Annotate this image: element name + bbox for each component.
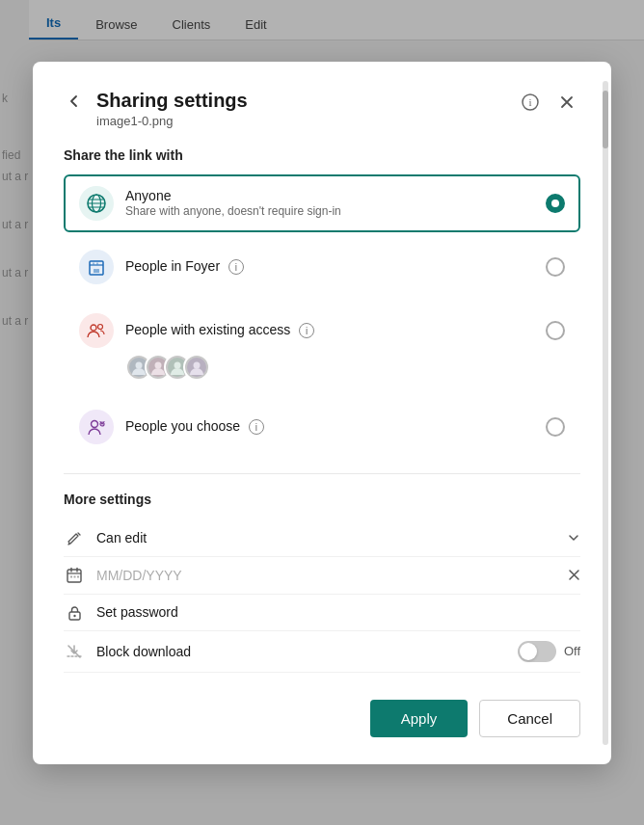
scrollbar-thumb[interactable] [603, 91, 608, 148]
divider [64, 473, 580, 474]
settings-row-date[interactable]: MM/DD/YYYY [64, 557, 580, 595]
avatar-group [125, 354, 210, 381]
existing-info-icon[interactable]: i [299, 323, 314, 338]
chevron-down-icon [567, 531, 580, 545]
can-edit-action[interactable] [567, 531, 580, 545]
block-download-icon [64, 643, 85, 660]
toggle-knob [520, 643, 537, 660]
avatar-4 [183, 354, 210, 381]
modal-header: Sharing settings image1-0.png i [64, 89, 580, 128]
option-choose[interactable]: People you choose i [64, 398, 580, 456]
modal-header-right: i [517, 89, 580, 116]
option-anyone-label: Anyone [125, 188, 341, 203]
svg-point-13 [98, 324, 103, 329]
sharing-settings-modal: Sharing settings image1-0.png i [33, 62, 611, 764]
password-label[interactable]: Set password [96, 604, 580, 620]
option-choose-left: People you choose i [79, 410, 264, 444]
option-existing-left: People with existing access i [79, 313, 314, 381]
option-existing-row: People with existing access i [79, 313, 314, 348]
cancel-button[interactable]: Cancel [479, 700, 580, 737]
svg-rect-8 [94, 269, 96, 273]
option-foyer-left: People in Foyer i [79, 250, 244, 284]
option-foyer-text: People in Foyer i [125, 258, 244, 275]
settings-row-edit: Can edit [64, 520, 580, 557]
svg-rect-9 [96, 269, 99, 273]
calendar-icon [64, 567, 85, 584]
toggle-container[interactable]: Off [518, 641, 580, 662]
date-clear-action[interactable] [568, 569, 580, 581]
lock-icon [64, 604, 85, 621]
more-settings-label: More settings [64, 492, 580, 507]
option-anyone-text: Anyone Share with anyone, doesn't requir… [125, 188, 341, 218]
svg-point-32 [73, 614, 75, 616]
option-foyer-radio[interactable] [546, 257, 565, 277]
block-download-toggle[interactable] [518, 641, 556, 662]
building-icon [79, 250, 114, 284]
settings-row-block-download: Block download Off [64, 631, 580, 673]
svg-rect-28 [70, 575, 72, 577]
option-choose-radio[interactable] [546, 417, 565, 437]
option-foyer[interactable]: People in Foyer i [64, 238, 580, 296]
foyer-info-icon[interactable]: i [228, 259, 244, 275]
clear-date-icon[interactable] [568, 569, 580, 581]
block-download-label: Block download [96, 644, 506, 659]
scrollbar[interactable] [603, 81, 608, 745]
option-anyone-radio[interactable] [546, 194, 565, 213]
svg-point-21 [194, 361, 201, 368]
modal-overlay: Sharing settings image1-0.png i [0, 0, 644, 825]
can-edit-label: Can edit [96, 530, 555, 546]
modal-footer: Apply Cancel [64, 700, 580, 737]
choose-info-icon[interactable]: i [249, 419, 264, 435]
person-choose-icon [79, 410, 114, 444]
svg-point-15 [136, 361, 143, 368]
svg-point-19 [174, 361, 181, 368]
svg-rect-30 [77, 575, 79, 577]
svg-rect-10 [93, 262, 94, 264]
svg-point-17 [155, 361, 162, 368]
date-field[interactable]: MM/DD/YYYY [96, 568, 556, 583]
modal-header-left: Sharing settings image1-0.png [64, 89, 248, 128]
toggle-off-label: Off [564, 644, 580, 658]
modal-title: Sharing settings [96, 89, 248, 112]
option-choose-label: People you choose i [125, 418, 264, 435]
apply-button[interactable]: Apply [370, 700, 469, 737]
info-button[interactable]: i [517, 89, 544, 116]
option-anyone-desc: Share with anyone, doesn't require sign-… [125, 204, 341, 218]
svg-point-22 [92, 420, 98, 427]
settings-row-password[interactable]: Set password [64, 595, 580, 631]
option-existing-label: People with existing access i [125, 322, 314, 338]
svg-point-12 [91, 325, 96, 331]
option-existing[interactable]: People with existing access i [64, 302, 580, 392]
share-section-label: Share the link with [64, 147, 580, 163]
pencil-icon [64, 530, 85, 546]
svg-text:i: i [528, 96, 531, 108]
back-button[interactable] [64, 91, 85, 112]
modal-subtitle: image1-0.png [96, 114, 248, 128]
option-existing-radio[interactable] [546, 321, 565, 340]
option-anyone[interactable]: Anyone Share with anyone, doesn't requir… [64, 174, 580, 232]
svg-rect-11 [96, 262, 98, 264]
option-foyer-label: People in Foyer i [125, 258, 244, 275]
svg-rect-29 [74, 575, 76, 577]
option-anyone-left: Anyone Share with anyone, doesn't requir… [79, 186, 341, 221]
close-button[interactable] [553, 89, 580, 116]
globe-icon [79, 186, 114, 221]
title-block: Sharing settings image1-0.png [96, 89, 248, 128]
people-icon [79, 313, 114, 348]
